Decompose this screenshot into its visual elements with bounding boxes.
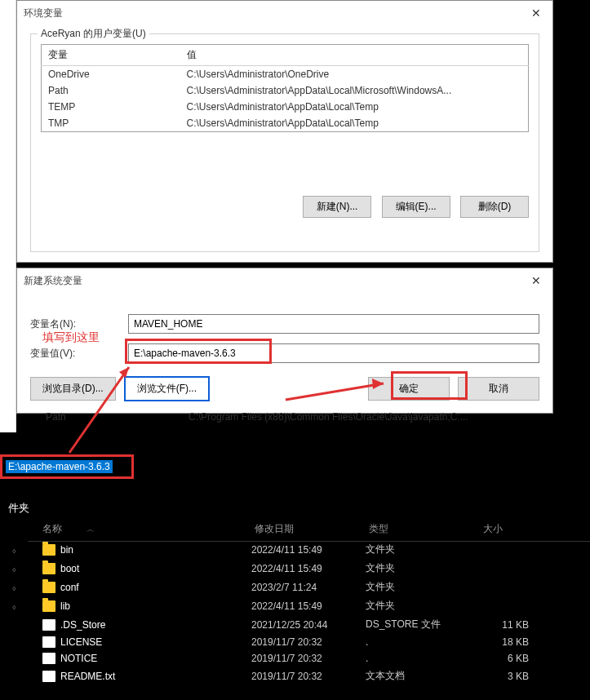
pin-icon: ⬨ <box>0 564 28 574</box>
dialog-title-text: 环境变量 <box>24 1 63 25</box>
file-type: 文本文档 <box>366 669 480 683</box>
var-value: C:\Users\Administrator\OneDrive <box>180 66 529 83</box>
file-icon <box>42 619 55 631</box>
list-item[interactable]: ⬨lib2022/4/11 15:49文件夹 <box>0 596 590 615</box>
browse-file-button[interactable]: 浏览文件(F)... <box>124 376 210 401</box>
pin-icon: ⬨ <box>0 545 28 555</box>
file-size: 3 KB <box>480 671 545 682</box>
file-date: 2019/11/7 20:32 <box>251 653 366 664</box>
folder-icon <box>42 544 55 556</box>
file-type: 文件夹 <box>366 580 480 594</box>
browse-dir-button[interactable]: 浏览目录(D)... <box>30 377 116 401</box>
col-type-header[interactable]: 类型 <box>369 522 483 536</box>
file-date: 2022/4/11 15:49 <box>251 544 366 556</box>
close-icon[interactable]: ✕ <box>526 268 546 293</box>
file-type: 文件夹 <box>366 543 480 556</box>
col-size-header[interactable]: 大小 <box>483 522 548 536</box>
pin-icon: ⬨ <box>0 583 28 592</box>
dialog-titlebar: 环境变量 ✕ <box>17 1 552 25</box>
explorer-section-label: 件夹 <box>0 498 590 519</box>
file-icon <box>42 636 55 648</box>
file-date: 2021/12/25 20:44 <box>251 619 366 631</box>
file-date: 2023/2/7 11:24 <box>251 582 366 593</box>
list-item[interactable]: LICENSE2019/11/7 20:32.18 KB <box>0 634 590 650</box>
new-button[interactable]: 新建(N)... <box>303 196 371 218</box>
env-vars-dialog: 环境变量 ✕ AceRyan 的用户变量(U) 变量 值 OneDriveC:\… <box>16 0 553 263</box>
close-icon[interactable]: ✕ <box>526 1 546 25</box>
file-type: DS_STORE 文件 <box>366 618 480 631</box>
file-name: conf <box>60 582 251 593</box>
table-row[interactable]: TEMPC:\Users\Administrator\AppData\Local… <box>42 99 529 115</box>
table-row[interactable]: OneDriveC:\Users\Administrator\OneDrive <box>42 66 529 83</box>
var-name: TMP <box>42 115 180 132</box>
file-name: bin <box>60 544 251 556</box>
truncated-sys-row: Path C:\Program Files (x86)\Common Files… <box>46 411 552 423</box>
file-size: 18 KB <box>480 636 545 648</box>
dialog-titlebar: 新建系统变量 ✕ <box>17 268 552 293</box>
folder-icon <box>42 563 55 574</box>
file-type: . <box>366 653 480 664</box>
file-type: 文件夹 <box>366 561 480 575</box>
file-date: 2022/4/11 15:49 <box>251 600 366 612</box>
dialog-title-text: 新建系统变量 <box>24 268 82 293</box>
explorer-file-list: ⬨bin2022/4/11 15:49文件夹⬨boot2022/4/11 15:… <box>0 540 590 685</box>
cancel-button[interactable]: 取消 <box>458 377 539 401</box>
group-label: AceRyan 的用户变量(U) <box>38 27 149 41</box>
var-name-label: 变量名(N): <box>30 317 128 331</box>
file-name: lib <box>60 600 251 612</box>
file-date: 2019/11/7 20:32 <box>251 671 366 682</box>
list-item[interactable]: ⬨conf2023/2/7 11:24文件夹 <box>0 578 590 596</box>
var-name: Path <box>42 82 180 99</box>
col-name[interactable]: 变量 <box>42 45 180 66</box>
var-value: C:\Users\Administrator\AppData\Local\Tem… <box>180 115 529 132</box>
edit-button[interactable]: 编辑(E)... <box>382 196 450 218</box>
user-vars-group: AceRyan 的用户变量(U) 变量 值 OneDriveC:\Users\A… <box>30 33 539 252</box>
file-icon <box>42 653 55 664</box>
table-row[interactable]: TMPC:\Users\Administrator\AppData\Local\… <box>42 115 529 132</box>
file-name: .DS_Store <box>60 619 251 631</box>
explorer-address-bar[interactable]: E:\apache-maven-3.6.3 <box>0 454 134 479</box>
var-value-input[interactable] <box>128 343 539 363</box>
truncated-label: Path <box>46 411 189 423</box>
list-item[interactable]: .DS_Store2021/12/25 20:44DS_STORE 文件11 K… <box>0 615 590 634</box>
file-date: 2019/11/7 20:32 <box>251 636 366 648</box>
file-name: boot <box>60 563 251 574</box>
list-item[interactable]: NOTICE2019/11/7 20:32.6 KB <box>0 650 590 667</box>
address-text: E:\apache-maven-3.6.3 <box>6 460 113 473</box>
sort-arrow-icon[interactable]: ︿ <box>87 524 95 535</box>
col-name-header[interactable]: 名称 <box>42 522 62 536</box>
delete-button[interactable]: 删除(D) <box>460 196 529 218</box>
user-vars-table[interactable]: 变量 值 OneDriveC:\Users\Administrator\OneD… <box>41 44 529 132</box>
pin-icon: ⬨ <box>0 601 28 611</box>
file-type: . <box>366 636 480 648</box>
new-var-buttons: 浏览目录(D)... 浏览文件(F)... 确定 取消 <box>17 368 552 413</box>
var-name: OneDrive <box>42 66 180 83</box>
list-item[interactable]: ⬨boot2022/4/11 15:49文件夹 <box>0 559 590 578</box>
list-item[interactable]: ⬨bin2022/4/11 15:49文件夹 <box>0 540 590 559</box>
folder-icon <box>42 582 55 593</box>
var-name: TEMP <box>42 99 180 115</box>
file-name: LICENSE <box>60 636 251 648</box>
explorer-columns: 名称 ︿ 修改日期 类型 大小 <box>28 519 590 542</box>
file-size: 6 KB <box>480 653 545 664</box>
file-icon <box>42 671 55 682</box>
user-vars-buttons: 新建(N)... 编辑(E)... 删除(D) <box>41 189 529 218</box>
var-value-label: 变量值(V): <box>30 347 128 361</box>
col-date-header[interactable]: 修改日期 <box>255 522 369 536</box>
var-value: C:\Users\Administrator\AppData\Local\Mic… <box>180 82 529 99</box>
file-name: README.txt <box>60 671 251 682</box>
file-name: NOTICE <box>60 653 251 664</box>
file-type: 文件夹 <box>366 599 480 613</box>
truncated-value: C:\Program Files (x86)\Common Files\Orac… <box>189 411 552 423</box>
folder-icon <box>42 600 55 612</box>
var-name-input[interactable] <box>128 314 539 334</box>
annotation-text: 填写到这里 <box>42 330 100 345</box>
list-item[interactable]: README.txt2019/11/7 20:32文本文档3 KB <box>0 667 590 685</box>
var-value: C:\Users\Administrator\AppData\Local\Tem… <box>180 99 529 115</box>
ok-button[interactable]: 确定 <box>368 377 450 401</box>
file-size: 11 KB <box>480 619 545 631</box>
table-row[interactable]: PathC:\Users\Administrator\AppData\Local… <box>42 82 529 99</box>
col-value[interactable]: 值 <box>180 45 529 66</box>
file-date: 2022/4/11 15:49 <box>251 563 366 574</box>
